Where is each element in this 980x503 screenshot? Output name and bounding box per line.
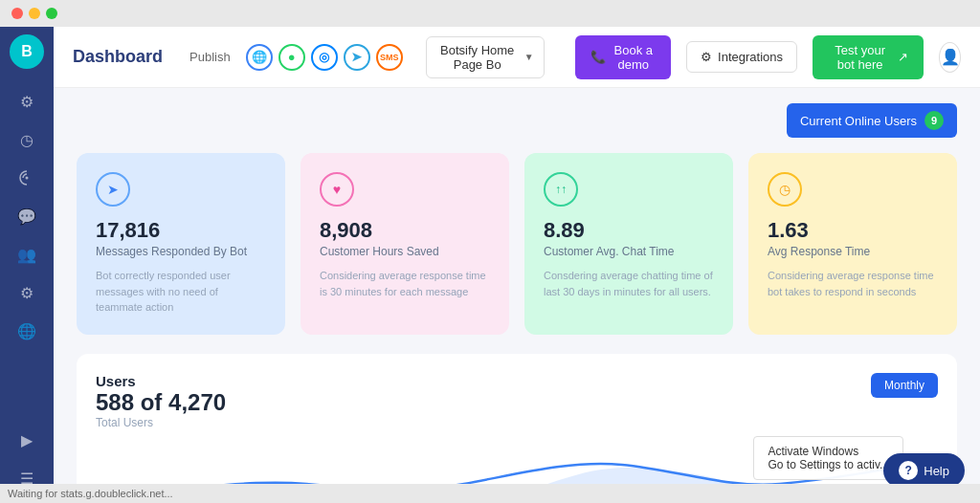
- sidebar-logo[interactable]: B: [10, 34, 44, 69]
- header: Dashboard Publish 🌐 ● ◎ ➤ SMS Botsify Ho…: [54, 27, 980, 88]
- sidebar-item-chat[interactable]: 💬: [10, 199, 44, 233]
- chat-time-value: 8.89: [544, 218, 714, 243]
- messages-label: Messages Responded By Bot: [96, 245, 266, 258]
- publish-telegram-icon[interactable]: ➤: [344, 44, 370, 71]
- monthly-button[interactable]: Monthly: [871, 373, 938, 398]
- stat-card-chat-time: ↑↑ 8.89 Customer Avg. Chat Time Consderi…: [524, 153, 733, 335]
- stats-grid: ➤ 17,816 Messages Responded By Bot Bot c…: [77, 153, 957, 335]
- svg-point-0: [26, 177, 29, 180]
- person-icon: 👤: [941, 48, 960, 66]
- sidebar-item-settings[interactable]: ⚙: [10, 84, 44, 119]
- chevron-down-icon: ▼: [524, 52, 534, 62]
- external-link-icon: ↗: [898, 50, 908, 64]
- maximize-button[interactable]: [46, 8, 57, 19]
- status-text: Waiting for stats.g.doubleclick.net...: [8, 488, 173, 499]
- help-button[interactable]: ? Help: [883, 453, 965, 488]
- chat-time-desc: Consdering average chatting time of last…: [544, 268, 714, 299]
- phone-icon: 📞: [590, 50, 606, 64]
- sidebar: B ⚙ ◷ 💬 👥 ⚙ 🌐 ▶ ☰: [0, 27, 54, 503]
- integrations-label: Integrations: [718, 50, 783, 64]
- activate-title: Activate Windows: [768, 445, 889, 458]
- sidebar-item-users[interactable]: 👥: [10, 237, 44, 272]
- titlebar: [0, 0, 980, 27]
- online-users-bar: Current Online Users 9: [77, 103, 957, 138]
- bot-selector[interactable]: Botsify Home Page Bo ▼: [426, 36, 545, 78]
- header-logo: Dashboard: [73, 47, 163, 67]
- messages-desc: Bot correctly responded user messages wi…: [96, 268, 266, 316]
- test-bot-button[interactable]: Test your bot here ↗: [813, 35, 924, 79]
- book-demo-button[interactable]: 📞 Book a demo: [575, 35, 672, 79]
- test-bot-label: Test your bot here: [828, 43, 892, 72]
- stat-card-response: ◷ 1.63 Avg Response Time Considering ave…: [748, 153, 957, 335]
- online-users-button[interactable]: Current Online Users 9: [787, 103, 957, 138]
- response-value: 1.63: [768, 218, 938, 243]
- response-label: Avg Response Time: [768, 245, 938, 258]
- book-demo-label: Book a demo: [612, 43, 657, 72]
- help-label: Help: [924, 464, 949, 478]
- sidebar-item-broadcast[interactable]: [10, 161, 44, 195]
- publish-icons-group: 🌐 ● ◎ ➤ SMS: [246, 44, 403, 71]
- integrations-button[interactable]: ⚙ Integrations: [686, 41, 797, 73]
- status-bar: Waiting for stats.g.doubleclick.net...: [0, 484, 980, 503]
- publish-label: Publish: [189, 50, 231, 64]
- messages-icon: ➤: [96, 172, 130, 207]
- chat-time-icon: ↑↑: [544, 172, 578, 207]
- activate-windows-overlay: Activate Windows Go to Settings to activ…: [753, 436, 903, 480]
- users-subtitle: Total Users: [96, 416, 226, 429]
- users-header: Users 588 of 4,270 Total Users Monthly: [96, 373, 938, 429]
- users-section: Users 588 of 4,270 Total Users Monthly: [77, 354, 957, 504]
- hours-value: 8,908: [320, 218, 490, 243]
- activate-subtitle: Go to Settings to activ...: [768, 458, 889, 471]
- response-desc: Considering average response time bot ta…: [768, 268, 938, 299]
- sidebar-item-play[interactable]: ▶: [10, 423, 44, 457]
- chat-time-label: Customer Avg. Chat Time: [544, 245, 714, 258]
- hours-label: Customer Hours Saved: [320, 245, 490, 258]
- sidebar-item-history[interactable]: ◷: [10, 122, 44, 157]
- online-users-badge: 9: [924, 111, 944, 130]
- publish-whatsapp-icon[interactable]: ●: [278, 44, 305, 71]
- stat-card-hours: ♥ 8,908 Customer Hours Saved Considering…: [301, 153, 509, 335]
- hours-desc: Considering average response time is 30 …: [320, 268, 490, 299]
- publish-messenger-icon[interactable]: ◎: [311, 44, 338, 71]
- minimize-button[interactable]: [29, 8, 40, 19]
- hours-icon: ♥: [320, 172, 354, 207]
- publish-sms-icon[interactable]: SMS: [376, 44, 403, 71]
- users-info: Users 588 of 4,270 Total Users: [96, 373, 226, 429]
- user-avatar[interactable]: 👤: [939, 42, 961, 73]
- main-content: Dashboard Publish 🌐 ● ◎ ➤ SMS Botsify Ho…: [54, 27, 980, 503]
- publish-website-icon[interactable]: 🌐: [246, 44, 273, 71]
- response-icon: ◷: [768, 172, 802, 207]
- messages-value: 17,816: [96, 218, 266, 243]
- users-title: Users: [96, 373, 226, 389]
- stat-card-messages: ➤ 17,816 Messages Responded By Bot Bot c…: [77, 153, 285, 335]
- sidebar-item-globe[interactable]: 🌐: [10, 314, 44, 348]
- users-count: 588 of 4,270: [96, 389, 226, 416]
- close-button[interactable]: [11, 8, 23, 19]
- bot-name: Botsify Home Page Bo: [436, 43, 519, 72]
- online-users-label: Current Online Users: [800, 114, 917, 128]
- help-icon: ?: [899, 461, 918, 480]
- sidebar-item-config[interactable]: ⚙: [10, 275, 44, 310]
- gear-icon: ⚙: [701, 50, 712, 64]
